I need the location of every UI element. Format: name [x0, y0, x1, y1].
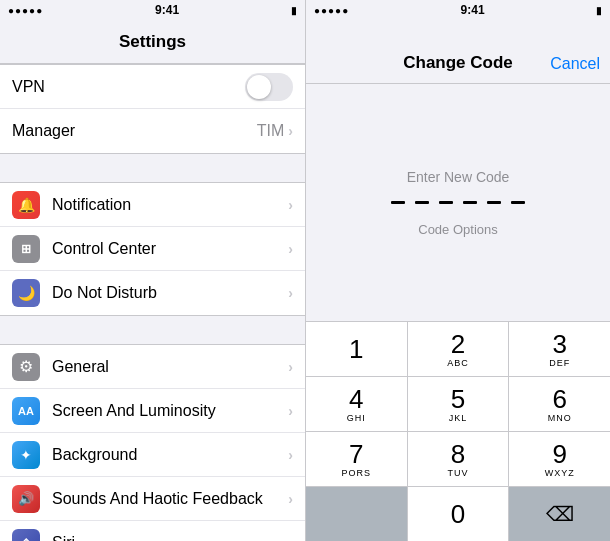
sounds-label: Sounds And Haotic Feedback	[52, 490, 288, 508]
key-8[interactable]: 8 TUV	[408, 432, 510, 486]
background-chevron: ›	[288, 447, 293, 463]
code-options-link[interactable]: Code Options	[418, 222, 498, 237]
key-7-num: 7	[349, 441, 363, 467]
key-5-letters: JKL	[449, 413, 468, 423]
key-5[interactable]: 5 JKL	[408, 377, 510, 431]
notification-icon: 🔔	[12, 191, 40, 219]
key-7-letters: PORS	[342, 468, 372, 478]
manager-label: Manager	[12, 122, 257, 140]
right-panel: ●●●●● 9:41 ▮ Change Code Cancel Enter Ne…	[306, 0, 610, 541]
vpn-toggle[interactable]	[245, 73, 293, 101]
right-battery: ▮	[596, 5, 602, 16]
right-status-bar: ●●●●● 9:41 ▮	[306, 0, 610, 20]
vpn-toggle-thumb	[247, 75, 271, 99]
key-9-num: 9	[552, 441, 566, 467]
right-nav-title: Change Code	[403, 53, 513, 73]
control-center-icon: ⊞	[12, 235, 40, 263]
vpn-section: VPN Manager TIM ›	[0, 64, 305, 154]
vpn-label: VPN	[12, 78, 245, 96]
siri-chevron: ›	[288, 535, 293, 542]
control-center-chevron: ›	[288, 241, 293, 257]
left-time: 9:41	[155, 3, 179, 17]
key-6[interactable]: 6 MNO	[509, 377, 610, 431]
key-1-num: 1	[349, 336, 363, 362]
key-7[interactable]: 7 PORS	[306, 432, 408, 486]
key-2[interactable]: 2 ABC	[408, 322, 510, 376]
key-3-num: 3	[552, 331, 566, 357]
screen-chevron: ›	[288, 403, 293, 419]
manager-row[interactable]: Manager TIM ›	[0, 109, 305, 153]
cancel-button[interactable]: Cancel	[550, 55, 600, 73]
general-chevron: ›	[288, 359, 293, 375]
key-0[interactable]: 0	[408, 487, 510, 541]
key-6-num: 6	[552, 386, 566, 412]
keypad: 1 2 ABC 3 DEF 4 GHI 5 JKL 6 MNO	[306, 321, 610, 541]
key-1[interactable]: 1	[306, 322, 408, 376]
right-nav-bar: Change Code Cancel	[306, 20, 610, 84]
key-0-num: 0	[451, 501, 465, 527]
sounds-icon: 🔊	[12, 485, 40, 513]
left-nav-bar: Settings	[0, 20, 305, 64]
key-8-num: 8	[451, 441, 465, 467]
manager-chevron: ›	[288, 123, 293, 139]
key-3-letters: DEF	[549, 358, 570, 368]
key-5-num: 5	[451, 386, 465, 412]
screen-row[interactable]: AA Screen And Luminosity ›	[0, 389, 305, 433]
background-label: Background	[52, 446, 288, 464]
dot-4	[463, 201, 477, 204]
control-center-row[interactable]: ⊞ Control Center ›	[0, 227, 305, 271]
key-3[interactable]: 3 DEF	[509, 322, 610, 376]
do-not-disturb-chevron: ›	[288, 285, 293, 301]
screen-icon: AA	[12, 397, 40, 425]
keypad-row-2: 4 GHI 5 JKL 6 MNO	[306, 377, 610, 432]
key-8-letters: TUV	[448, 468, 469, 478]
keypad-row-1: 1 2 ABC 3 DEF	[306, 322, 610, 377]
manager-value: TIM	[257, 122, 285, 140]
dot-6	[511, 201, 525, 204]
section-2: ⚙ General › AA Screen And Luminosity › ✦…	[0, 344, 305, 541]
key-4[interactable]: 4 GHI	[306, 377, 408, 431]
keypad-row-4: 0 ⌫	[306, 487, 610, 541]
do-not-disturb-icon: 🌙	[12, 279, 40, 307]
dot-2	[415, 201, 429, 204]
left-nav-title: Settings	[119, 32, 186, 52]
delete-icon: ⌫	[546, 502, 574, 526]
do-not-disturb-row[interactable]: 🌙 Do Not Disturb ›	[0, 271, 305, 315]
control-center-label: Control Center	[52, 240, 288, 258]
general-row[interactable]: ⚙ General ›	[0, 345, 305, 389]
left-panel: ●●●●● 9:41 ▮ Settings VPN Manager TIM ›	[0, 0, 305, 541]
dot-5	[487, 201, 501, 204]
left-battery: ▮	[291, 5, 297, 16]
background-row[interactable]: ✦ Background ›	[0, 433, 305, 477]
sounds-row[interactable]: 🔊 Sounds And Haotic Feedback ›	[0, 477, 305, 521]
screen-label: Screen And Luminosity	[52, 402, 288, 420]
section-1: 🔔 Notification › ⊞ Control Center › 🌙 Do…	[0, 182, 305, 316]
left-status-bar: ●●●●● 9:41 ▮	[0, 0, 305, 20]
left-signal: ●●●●●	[8, 5, 43, 16]
siri-row[interactable]: ◈ Siri ›	[0, 521, 305, 541]
key-2-letters: ABC	[447, 358, 469, 368]
background-icon: ✦	[12, 441, 40, 469]
general-label: General	[52, 358, 288, 376]
key-4-num: 4	[349, 386, 363, 412]
right-time: 9:41	[461, 3, 485, 17]
key-2-num: 2	[451, 331, 465, 357]
key-9-letters: WXYZ	[545, 468, 575, 478]
siri-icon: ◈	[12, 529, 40, 542]
do-not-disturb-label: Do Not Disturb	[52, 284, 288, 302]
notification-chevron: ›	[288, 197, 293, 213]
passcode-area: Enter New Code Code Options	[306, 84, 610, 321]
notification-label: Notification	[52, 196, 288, 214]
passcode-dots	[391, 201, 525, 204]
dot-1	[391, 201, 405, 204]
keypad-row-3: 7 PORS 8 TUV 9 WXYZ	[306, 432, 610, 487]
key-delete[interactable]: ⌫	[509, 487, 610, 541]
vpn-row[interactable]: VPN	[0, 65, 305, 109]
enter-label: Enter New Code	[407, 169, 510, 185]
notification-row[interactable]: 🔔 Notification ›	[0, 183, 305, 227]
key-4-letters: GHI	[347, 413, 366, 423]
sounds-chevron: ›	[288, 491, 293, 507]
settings-list: VPN Manager TIM › 🔔 Notification ›	[0, 64, 305, 541]
siri-label: Siri	[52, 534, 288, 542]
key-9[interactable]: 9 WXYZ	[509, 432, 610, 486]
